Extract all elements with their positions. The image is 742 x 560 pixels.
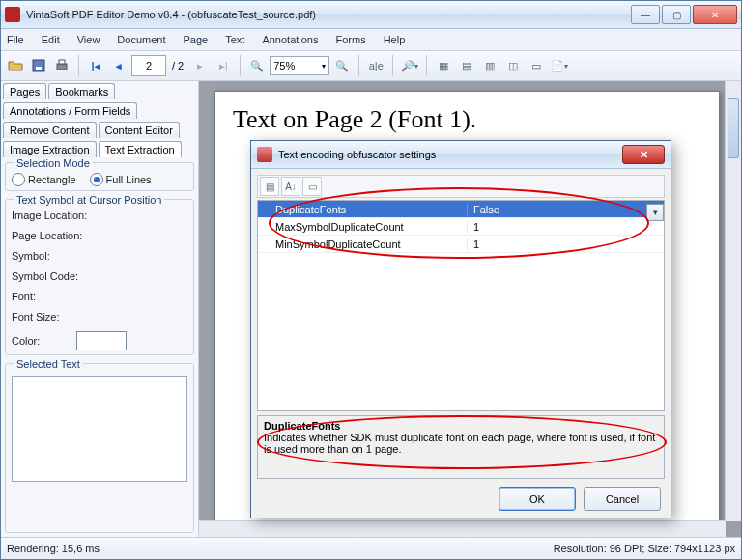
- prop-value: 1: [468, 238, 664, 250]
- close-button[interactable]: ✕: [693, 5, 737, 24]
- group-title-cursor: Text Symbol at Cursor Position: [14, 194, 164, 206]
- group-cursor-info: Text Symbol at Cursor Position Image Loc…: [5, 199, 194, 355]
- label-symbol-code: Symbol Code:: [12, 270, 187, 282]
- app-icon: [5, 7, 20, 22]
- titlebar: VintaSoft PDF Editor Demo v8.4 - (obfusc…: [1, 1, 741, 29]
- find-icon[interactable]: 🔎▾: [399, 55, 420, 76]
- propertygrid-toolbar: ▤ A↓ ▭: [257, 175, 665, 198]
- page-number-input[interactable]: [131, 55, 166, 76]
- ok-button[interactable]: OK: [499, 487, 576, 511]
- pg-alphabetical-icon[interactable]: A↓: [281, 177, 300, 196]
- tab-remove-content[interactable]: Remove Content: [3, 122, 97, 138]
- svg-rect-3: [59, 60, 65, 64]
- prop-row-maxsymbol[interactable]: MaxSymbolDuplicateCount 1: [258, 218, 664, 236]
- svg-rect-1: [36, 67, 42, 70]
- side-panel: Pages Bookmarks Annotations / Form Field…: [1, 81, 199, 537]
- menu-edit[interactable]: Edit: [42, 34, 60, 45]
- app-window: VintaSoft PDF Editor Demo v8.4 - (obfusc…: [0, 0, 742, 560]
- prop-name: DuplicateFonts: [258, 204, 468, 215]
- tool5-icon[interactable]: ▭: [526, 55, 547, 76]
- scroll-thumb[interactable]: [728, 98, 739, 158]
- prev-page-icon[interactable]: ◂: [108, 55, 129, 76]
- dialog-icon: [257, 147, 272, 162]
- menubar: File Edit View Document Page Text Annota…: [1, 29, 741, 51]
- prop-row-duplicatefonts[interactable]: DuplicateFonts False▾: [258, 201, 664, 218]
- prop-name: MinSymbolDuplicateCount: [258, 238, 468, 250]
- zoom-in-icon[interactable]: 🔍: [331, 55, 353, 76]
- vertical-scrollbar[interactable]: [725, 81, 741, 521]
- horizontal-scrollbar[interactable]: [199, 520, 726, 537]
- first-page-icon[interactable]: |◂: [85, 55, 106, 76]
- status-rendering: Rendering: 15,6 ms: [7, 543, 100, 554]
- window-title: VintaSoft PDF Editor Demo v8.4 - (obfusc…: [26, 9, 631, 20]
- tab-image-extraction[interactable]: Image Extraction: [3, 141, 97, 157]
- group-selected-text: Selected Text: [5, 363, 194, 533]
- save-icon[interactable]: [28, 55, 49, 76]
- main-toolbar: |◂ ◂ / 2 ▸ ▸| 🔍 75%▾ 🔍 a|e 🔎▾ ▦ ▤ ▥ ◫ ▭ …: [1, 51, 741, 81]
- desc-body: Indicates whether SDK must duplicate fon…: [264, 432, 658, 455]
- prop-row-minsymbol[interactable]: MinSymbolDuplicateCount 1: [258, 236, 664, 253]
- selected-text-area[interactable]: [12, 376, 187, 482]
- menu-document[interactable]: Document: [117, 34, 165, 45]
- color-swatch[interactable]: [76, 331, 127, 350]
- dialog-obfuscator-settings: Text encoding obfuscator settings ✕ ▤ A↓…: [250, 140, 671, 518]
- print-icon[interactable]: [51, 55, 72, 76]
- prop-value: 1: [468, 221, 664, 233]
- last-page-icon[interactable]: ▸|: [213, 55, 234, 76]
- tab-annotations[interactable]: Annotations / Form Fields: [3, 102, 137, 119]
- label-image-location: Image Location:: [12, 210, 187, 221]
- menu-annotations[interactable]: Annotations: [262, 34, 318, 45]
- group-title-selected: Selected Text: [14, 358, 83, 370]
- group-title-selection: Selection Mode: [14, 157, 93, 169]
- tab-content-editor[interactable]: Content Editor: [99, 122, 180, 138]
- label-symbol: Symbol:: [12, 250, 187, 262]
- property-description: DuplicateFonts Indicates whether SDK mus…: [257, 415, 665, 479]
- prop-name: MaxSymbolDuplicateCount: [258, 221, 468, 233]
- label-font-size: Font Size:: [12, 311, 187, 322]
- cancel-button[interactable]: Cancel: [584, 487, 661, 511]
- menu-view[interactable]: View: [77, 34, 100, 45]
- label-page-location: Page Location:: [12, 230, 187, 241]
- dialog-close-button[interactable]: ✕: [622, 145, 665, 164]
- tool2-icon[interactable]: ▤: [456, 55, 477, 76]
- zoom-out-icon[interactable]: 🔍: [246, 55, 268, 76]
- minimize-button[interactable]: —: [631, 5, 660, 24]
- desc-title: DuplicateFonts: [264, 420, 658, 432]
- dialog-title: Text encoding obfuscator settings: [278, 149, 622, 160]
- zoom-combo[interactable]: 75%▾: [270, 56, 329, 75]
- menu-page[interactable]: Page: [184, 34, 209, 45]
- text-tool-icon[interactable]: a|e: [365, 55, 386, 76]
- prop-value: False: [473, 204, 499, 215]
- pg-pages-icon[interactable]: ▭: [302, 177, 322, 196]
- tab-bookmarks[interactable]: Bookmarks: [48, 83, 115, 99]
- maximize-button[interactable]: ▢: [662, 5, 691, 24]
- tool4-icon[interactable]: ◫: [502, 55, 524, 76]
- label-color: Color:: [12, 335, 40, 347]
- label-font: Font:: [12, 291, 187, 302]
- dropdown-icon[interactable]: ▾: [646, 204, 664, 221]
- tab-pages[interactable]: Pages: [3, 83, 46, 99]
- tool1-icon[interactable]: ▦: [433, 55, 454, 76]
- radio-rectangle[interactable]: Rectangle: [12, 173, 76, 186]
- dialog-titlebar: Text encoding obfuscator settings ✕: [251, 141, 671, 169]
- menu-forms[interactable]: Forms: [336, 34, 366, 45]
- zoom-value: 75%: [273, 60, 295, 71]
- menu-help[interactable]: Help: [384, 34, 406, 45]
- pg-categorized-icon[interactable]: ▤: [260, 177, 279, 196]
- property-grid[interactable]: DuplicateFonts False▾ MaxSymbolDuplicate…: [257, 200, 665, 411]
- page-total-label: / 2: [168, 60, 187, 71]
- statusbar: Rendering: 15,6 ms Resolution: 96 DPI; S…: [1, 537, 741, 559]
- svg-rect-2: [57, 64, 67, 70]
- open-icon[interactable]: [5, 55, 26, 76]
- radio-full-lines[interactable]: Full Lines: [90, 173, 152, 186]
- next-page-icon[interactable]: ▸: [189, 55, 211, 76]
- tool3-icon[interactable]: ▥: [479, 55, 500, 76]
- status-resolution: Resolution: 96 DPI; Size: 794x1123 px: [554, 543, 735, 554]
- tool6-icon[interactable]: 📄▾: [549, 55, 570, 76]
- tab-text-extraction[interactable]: Text Extraction: [99, 141, 182, 157]
- group-selection-mode: Selection Mode Rectangle Full Lines: [5, 162, 194, 191]
- menu-file[interactable]: File: [7, 34, 24, 45]
- menu-text[interactable]: Text: [225, 34, 244, 45]
